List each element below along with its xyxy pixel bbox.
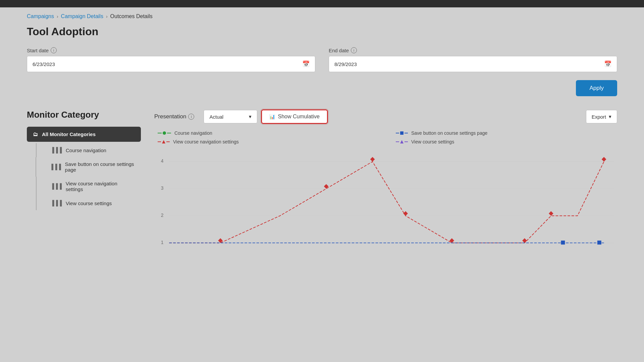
sidebar-title: Monitor Category xyxy=(27,110,141,120)
end-date-info-icon[interactable]: i xyxy=(351,47,357,53)
page-title: Tool Adoption xyxy=(27,25,617,38)
line-view-nav xyxy=(169,162,604,243)
diamond-3 xyxy=(403,211,408,216)
chevron-icon-1: › xyxy=(57,14,58,19)
legend-item-view-settings: View course settings xyxy=(396,139,614,144)
folder-icon: 🗂 xyxy=(33,131,38,137)
sidebar-item-view-nav-settings[interactable]: ▐▐▐ View course navigation settings xyxy=(40,177,141,196)
legend-label-view-nav: View course navigation settings xyxy=(173,139,239,144)
export-button[interactable]: Export ▾ xyxy=(586,110,617,123)
chart-legend: Course navigation Save button on course … xyxy=(154,130,617,144)
legend-item-course-nav: Course navigation xyxy=(158,130,376,136)
end-date-field: End date i 📅 xyxy=(329,47,617,72)
bar-chart-icon-1: ▐▐▐ xyxy=(50,147,62,153)
sidebar-item-course-navigation[interactable]: ▐▐▐ Course navigation xyxy=(40,143,112,157)
show-cumulative-button[interactable]: 📊 Show Cumulative xyxy=(261,110,328,124)
export-chevron-icon: ▾ xyxy=(609,114,611,120)
top-bar xyxy=(0,0,644,7)
sidebar: Monitor Category 🗂 All Monitor Categorie… xyxy=(27,110,141,270)
bar-chart-icon-3: ▐▐▐ xyxy=(50,183,62,189)
bar-chart-icon-2: ▐▐▐ xyxy=(50,164,61,170)
start-date-calendar-icon[interactable]: 📅 xyxy=(302,60,310,68)
square-2 xyxy=(597,241,601,245)
show-cumulative-label: Show Cumulative xyxy=(278,114,320,120)
sidebar-item-save-button[interactable]: ▐▐▐ Save button on course settings page xyxy=(39,157,141,177)
start-date-input-wrapper: 📅 xyxy=(27,56,315,72)
sidebar-sub-items: ▐▐▐ Course navigation ▐▐▐ Save button on… xyxy=(27,143,141,210)
lower-section: Monitor Category 🗂 All Monitor Categorie… xyxy=(27,110,617,270)
y-label-1: 1 xyxy=(161,240,164,245)
presentation-info-icon[interactable]: i xyxy=(188,114,194,120)
presentation-row: Presentation i Actual ▾ 📊 Show Cumulativ… xyxy=(154,110,617,124)
legend-item-save-btn: Save button on course settings page xyxy=(396,130,614,136)
apply-row: Apply xyxy=(27,80,617,96)
breadcrumb-campaigns[interactable]: Campaigns xyxy=(27,13,54,19)
legend-label-save-btn: Save button on course settings page xyxy=(411,130,487,136)
start-date-label: Start date i xyxy=(27,47,315,53)
diamond-5 xyxy=(522,238,527,243)
breadcrumb-current: Outcomes Details xyxy=(110,13,153,19)
legend-line-view-settings xyxy=(396,140,408,143)
apply-button[interactable]: Apply xyxy=(576,80,617,96)
diamond-end xyxy=(602,157,606,162)
y-label-4: 4 xyxy=(161,159,164,164)
legend-item-view-nav: View course navigation settings xyxy=(158,139,376,144)
chart-bar-small-icon: 📊 xyxy=(269,114,275,119)
chart-container: 4 3 2 1 xyxy=(154,153,617,270)
diamond-peak xyxy=(370,157,375,162)
legend-line-view-nav xyxy=(158,140,170,143)
breadcrumb-campaign-details[interactable]: Campaign Details xyxy=(61,13,103,19)
chevron-icon-2: › xyxy=(106,14,108,19)
chart-area: Presentation i Actual ▾ 📊 Show Cumulativ… xyxy=(154,110,617,270)
sidebar-item-label-4: View course settings xyxy=(66,200,112,206)
sidebar-item-label-3: View course navigation settings xyxy=(66,181,135,192)
legend-line-save-btn xyxy=(396,131,408,135)
square-1 xyxy=(561,241,565,245)
end-date-input-wrapper: 📅 xyxy=(329,56,617,72)
start-date-info-icon[interactable]: i xyxy=(51,47,57,53)
end-date-calendar-icon[interactable]: 📅 xyxy=(604,60,611,68)
diamond-6 xyxy=(549,211,553,216)
end-date-input[interactable] xyxy=(334,61,604,67)
dropdown-chevron-icon: ▾ xyxy=(249,114,252,120)
sidebar-item-label-2: Save button on course settings page xyxy=(65,161,135,173)
sidebar-item-all-categories[interactable]: 🗂 All Monitor Categories xyxy=(27,127,141,142)
y-label-2: 2 xyxy=(161,213,164,218)
breadcrumb: Campaigns › Campaign Details › Outcomes … xyxy=(0,7,644,25)
sidebar-item-view-course-settings[interactable]: ▐▐▐ View course settings xyxy=(40,196,118,210)
legend-label-course-nav: Course navigation xyxy=(174,130,212,136)
actual-label: Actual xyxy=(209,114,223,120)
presentation-label: Presentation i xyxy=(154,113,194,120)
main-content: Tool Adoption Start date i 📅 End date i … xyxy=(0,25,644,270)
y-label-3: 3 xyxy=(161,186,164,191)
start-date-input[interactable] xyxy=(33,61,302,67)
legend-label-view-settings: View course settings xyxy=(411,139,454,144)
actual-dropdown[interactable]: Actual ▾ xyxy=(204,110,257,123)
start-date-field: Start date i 📅 xyxy=(27,47,315,72)
end-date-label: End date i xyxy=(329,47,617,53)
date-row: Start date i 📅 End date i 📅 xyxy=(27,47,617,72)
sidebar-item-label-1: Course navigation xyxy=(66,147,106,153)
export-label: Export xyxy=(592,114,606,120)
chart-svg: 4 3 2 1 xyxy=(154,153,617,270)
legend-line-course-nav xyxy=(158,131,171,135)
bar-chart-icon-4: ▐▐▐ xyxy=(50,200,62,206)
sidebar-all-label: All Monitor Categories xyxy=(42,131,96,137)
